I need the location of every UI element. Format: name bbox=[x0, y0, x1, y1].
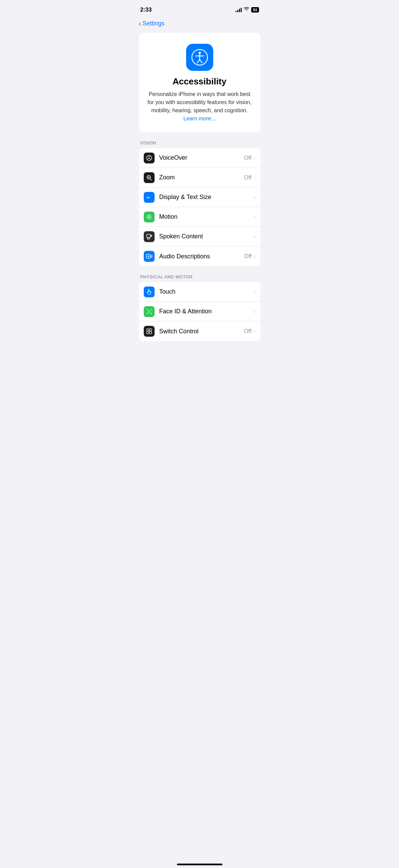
voiceover-icon bbox=[144, 153, 155, 163]
physical-motor-section: PHYSICAL AND MOTOR Touch › bbox=[139, 274, 260, 341]
svg-rect-25 bbox=[146, 329, 149, 331]
touch-label: Touch bbox=[159, 288, 176, 295]
display-text-size-item[interactable]: AA Display & Text Size › bbox=[139, 188, 260, 207]
back-label: Settings bbox=[142, 20, 164, 27]
status-icons: 93 bbox=[236, 7, 259, 13]
svg-line-5 bbox=[200, 60, 202, 63]
svg-point-23 bbox=[149, 311, 150, 311]
nav-back-button[interactable]: ‹ Settings bbox=[134, 17, 266, 33]
audio-descriptions-chevron-icon: › bbox=[254, 253, 255, 259]
voiceover-item[interactable]: VoiceOver Off › bbox=[139, 148, 260, 168]
switch-control-icon bbox=[144, 326, 155, 337]
display-text-size-icon: AA bbox=[144, 192, 155, 203]
switch-control-value: Off bbox=[244, 328, 252, 335]
spoken-content-label: Spoken Content bbox=[159, 233, 203, 240]
vision-section-label: VISION bbox=[139, 140, 260, 145]
motion-chevron-icon: › bbox=[254, 214, 255, 220]
svg-rect-28 bbox=[149, 332, 152, 334]
face-id-chevron-icon: › bbox=[254, 309, 255, 315]
voiceover-chevron-icon: › bbox=[254, 155, 255, 161]
spoken-content-icon bbox=[144, 231, 155, 242]
svg-line-4 bbox=[197, 60, 200, 63]
audio-descriptions-value: Off bbox=[244, 253, 252, 260]
switch-control-label: Switch Control bbox=[159, 328, 199, 335]
display-text-size-chevron-icon: › bbox=[254, 194, 255, 200]
touch-item[interactable]: Touch › bbox=[139, 282, 260, 302]
zoom-value: Off bbox=[244, 174, 252, 181]
vision-list: VoiceOver Off › Zoom Off bbox=[139, 148, 260, 266]
battery-icon: 93 bbox=[251, 7, 259, 13]
accessibility-icon bbox=[186, 44, 213, 71]
svg-point-14 bbox=[147, 215, 151, 219]
zoom-icon bbox=[144, 172, 155, 183]
hero-description: Personalize iPhone in ways that work bes… bbox=[147, 90, 252, 123]
vision-section: VISION VoiceOver Off › bbox=[139, 140, 260, 266]
motion-item[interactable]: Motion › bbox=[139, 207, 260, 227]
touch-icon bbox=[144, 287, 155, 297]
zoom-chevron-icon: › bbox=[254, 175, 255, 181]
svg-point-22 bbox=[148, 311, 148, 311]
back-chevron-icon: ‹ bbox=[139, 20, 141, 27]
touch-chevron-icon: › bbox=[254, 289, 255, 295]
svg-point-7 bbox=[148, 156, 149, 157]
face-id-label: Face ID & Attention bbox=[159, 308, 212, 315]
voiceover-label: VoiceOver bbox=[159, 154, 187, 161]
face-id-item[interactable]: Face ID & Attention › bbox=[139, 302, 260, 321]
switch-control-item[interactable]: Switch Control Off › bbox=[139, 321, 260, 341]
learn-more-link[interactable]: Learn more... bbox=[183, 116, 216, 121]
wifi-icon bbox=[244, 7, 249, 13]
svg-point-1 bbox=[198, 52, 201, 54]
signal-icon bbox=[236, 8, 242, 12]
svg-point-13 bbox=[148, 216, 150, 218]
motion-label: Motion bbox=[159, 213, 178, 220]
svg-rect-15 bbox=[146, 234, 151, 237]
status-bar: 2:33 93 bbox=[134, 0, 266, 17]
face-id-icon bbox=[144, 306, 155, 317]
status-time: 2:33 bbox=[140, 6, 152, 13]
audio-descriptions-icon bbox=[144, 251, 155, 262]
zoom-item[interactable]: Zoom Off › bbox=[139, 168, 260, 188]
switch-control-chevron-icon: › bbox=[254, 328, 255, 334]
spoken-content-chevron-icon: › bbox=[254, 234, 255, 240]
voiceover-value: Off bbox=[244, 155, 252, 161]
svg-text:AA: AA bbox=[146, 196, 150, 199]
physical-motor-list: Touch › Face I bbox=[139, 282, 260, 341]
hero-card: Accessibility Personalize iPhone in ways… bbox=[139, 33, 260, 132]
zoom-label: Zoom bbox=[159, 174, 175, 181]
motion-icon bbox=[144, 212, 155, 222]
spoken-content-item[interactable]: Spoken Content › bbox=[139, 227, 260, 246]
home-indicator bbox=[177, 864, 222, 865]
physical-motor-section-label: PHYSICAL AND MOTOR bbox=[139, 274, 260, 279]
svg-line-9 bbox=[150, 178, 152, 180]
svg-rect-26 bbox=[149, 329, 152, 331]
svg-point-6 bbox=[146, 155, 152, 160]
hero-title: Accessibility bbox=[147, 76, 252, 87]
audio-descriptions-label: Audio Descriptions bbox=[159, 253, 210, 260]
display-text-size-label: Display & Text Size bbox=[159, 194, 212, 201]
audio-descriptions-item[interactable]: Audio Descriptions Off › bbox=[139, 246, 260, 266]
svg-rect-27 bbox=[146, 332, 149, 334]
